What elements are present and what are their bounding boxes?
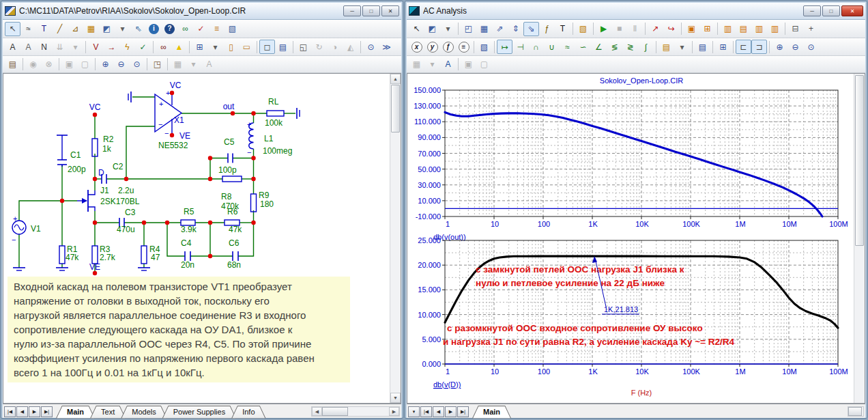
scroll-thumb[interactable] (391, 85, 400, 132)
page-nav-1-icon[interactable]: |◀ (420, 406, 432, 417)
bring-front-icon[interactable]: ▣ (461, 57, 476, 72)
bring-front-icon[interactable]: ▣ (61, 57, 77, 72)
shape-dropdown-icon[interactable]: ▾ (440, 22, 456, 36)
plot-vscrollbar[interactable] (854, 74, 865, 403)
send-back-icon[interactable]: ▢ (476, 57, 492, 72)
page-nav-3-icon[interactable]: ▶| (41, 406, 53, 417)
left-titlebar[interactable]: C:\MC11\DATA\Petrov\RIAA\Sokolov\Sokolov… (3, 3, 401, 20)
y-axis-icon[interactable]: y (424, 40, 440, 54)
tab-info[interactable]: Info (231, 406, 265, 419)
check-sheet-icon[interactable]: ✓ (193, 22, 209, 36)
pin-connections-icon[interactable]: ∞ (156, 40, 171, 54)
zoom-in-icon[interactable]: ⊕ (98, 57, 113, 72)
small-page-icon[interactable]: ▭ (239, 40, 255, 54)
tab-power-supplies[interactable]: Power Supplies (162, 406, 236, 419)
tab-models[interactable]: Models (121, 406, 167, 419)
limits-auto-icon[interactable]: ↪ (663, 22, 679, 36)
shape-tool-icon[interactable]: ◩ (424, 22, 440, 36)
grid-icon[interactable]: ⊞ (192, 40, 207, 54)
node-numbers-icon[interactable]: N (36, 40, 52, 54)
zoom-100-icon[interactable]: ⊙ (129, 57, 145, 72)
calculator-icon[interactable]: ⊞ (715, 40, 731, 54)
floating-nodes-icon[interactable]: ▲ (171, 40, 187, 54)
pane-layout-icon[interactable]: ▦ (409, 57, 424, 72)
page-nav-2-icon[interactable]: ◀ (433, 406, 444, 417)
send-back-icon[interactable]: ▢ (77, 57, 93, 72)
node-voltages-icon[interactable]: V (88, 40, 104, 54)
region-edit-icon[interactable]: ▧ (225, 22, 240, 36)
right-hscrollbar[interactable] (848, 406, 864, 417)
rotate-icon[interactable]: ↻ (311, 40, 327, 54)
right-titlebar[interactable]: AC Analysis ─ □ ✕ (407, 3, 865, 20)
select-tool-icon[interactable]: ↖ (409, 22, 424, 36)
page-nav-4-icon[interactable]: ▶| (457, 406, 469, 417)
tracker-cross-icon[interactable]: + (803, 22, 819, 36)
cursor-previous-icon[interactable]: ⊣ (512, 40, 528, 54)
cursor-vertical-icon[interactable]: ⇕ (508, 22, 523, 36)
conditions-icon[interactable]: ✓ (135, 40, 151, 54)
component-gallery-icon[interactable]: ▦ (83, 22, 99, 36)
x-scale-lock-icon[interactable]: ⊏ (736, 40, 751, 54)
font-icon[interactable]: A (201, 57, 217, 72)
pane-split-v-icon[interactable]: ▥ (751, 22, 767, 36)
zoom-100-icon[interactable]: ⊙ (803, 40, 819, 54)
minimize-button[interactable]: ─ (343, 5, 361, 16)
pane-wide-icon[interactable]: ▤ (736, 22, 751, 36)
transform-box-icon[interactable]: ◱ (295, 40, 311, 54)
left-hscrollbar[interactable]: ◀ ▶ (311, 406, 400, 417)
text-mode-icon[interactable]: T (555, 22, 570, 36)
split-view-icon[interactable]: ▦ (170, 57, 186, 72)
schematic-vscrollbar[interactable]: ▲ ▼ (390, 74, 401, 403)
power-icon[interactable]: ϟ (119, 40, 135, 54)
point-tag-icon[interactable]: ▧ (575, 22, 591, 36)
find-icon[interactable]: ⊙ (363, 40, 379, 54)
sheet-list-icon[interactable]: ≡ (209, 22, 225, 36)
pause-icon[interactable]: Ⅱ (627, 22, 643, 36)
tab-main[interactable]: Main (56, 406, 95, 419)
properties-icon[interactable]: ▤ (275, 40, 291, 54)
scroll-right-icon[interactable]: ▶ (389, 407, 399, 416)
new-page-icon[interactable]: ▯ (223, 40, 239, 54)
cursor-next-icon[interactable]: ↦ (497, 40, 512, 54)
maximize-button[interactable]: □ (362, 5, 380, 16)
find-next-icon[interactable]: ≫ (379, 40, 394, 54)
cursor-high-icon[interactable]: ≈ (560, 40, 575, 54)
scroll-thumb[interactable] (322, 407, 348, 416)
schematic-canvas[interactable]: +−+−+−+−V1C1200pR147kR21kJ12SK170BLC22.2… (3, 73, 401, 404)
help-up-icon[interactable]: ◉ (25, 57, 41, 72)
page-nav-0-icon[interactable]: ▾ (408, 406, 420, 417)
data-points-icon[interactable]: ▣ (684, 22, 699, 36)
scroll-thumb[interactable] (855, 75, 864, 246)
grid-dropdown-icon[interactable]: ▾ (207, 40, 223, 54)
attribute-text-icon[interactable]: A (5, 40, 20, 54)
link-icon[interactable]: ∞ (177, 22, 193, 36)
cursor-global-icon[interactable]: ∫ (638, 40, 654, 54)
close-button[interactable]: ✕ (841, 5, 863, 16)
x-axis-icon[interactable]: x (409, 40, 424, 54)
pane-tall-icon[interactable]: ▥ (720, 22, 736, 36)
page-nav-2-icon[interactable]: ▶ (29, 406, 40, 417)
currents-icon[interactable]: → (104, 40, 119, 54)
search-icon[interactable]: ≡ (456, 40, 472, 54)
line-mode-icon[interactable]: ╱ (52, 22, 68, 36)
scale-mode-icon[interactable]: ◰ (461, 22, 476, 36)
close-button[interactable]: ✕ (381, 5, 399, 16)
help-mode-icon[interactable]: ⇖ (130, 22, 146, 36)
copy-format-icon[interactable]: ⇊ (52, 40, 68, 54)
tab-main[interactable]: Main (472, 406, 511, 419)
fx-icon[interactable]: ƒ (440, 40, 456, 54)
maximize-button[interactable]: □ (822, 5, 840, 16)
y-scale-lock-icon[interactable]: ⊐ (751, 40, 767, 54)
pane-split-h-icon[interactable]: ▥ (767, 22, 783, 36)
minimize-button[interactable]: ─ (803, 5, 821, 16)
plot-area[interactable]: 150.000130.000110.00090.00070.00050.0003… (407, 73, 865, 404)
cursor-gmax-icon[interactable]: ≷ (622, 40, 638, 54)
text-mode-icon[interactable]: T (36, 22, 52, 36)
page-nav-0-icon[interactable]: |◀ (4, 406, 16, 417)
help-topics-icon[interactable]: ? (162, 22, 177, 36)
cursor-inflection-icon[interactable]: ∠ (591, 40, 607, 54)
clipboard-dropdown-icon[interactable]: ▾ (674, 40, 690, 54)
shape-dropdown-icon[interactable]: ▾ (115, 22, 130, 36)
select-tool-icon[interactable]: ↖ (5, 22, 20, 36)
cursor-gmin-icon[interactable]: ≶ (607, 40, 622, 54)
